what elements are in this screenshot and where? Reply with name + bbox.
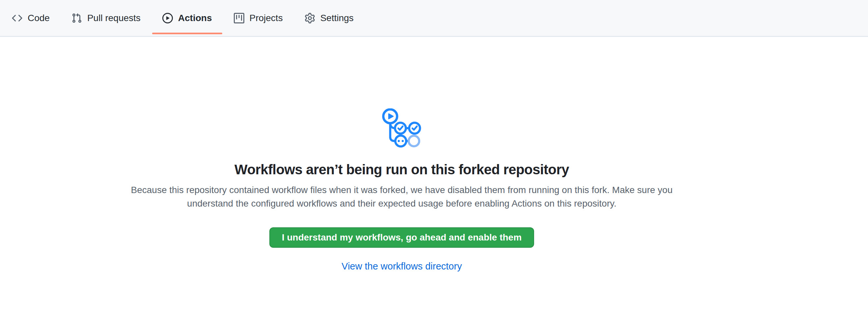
enable-workflows-button[interactable]: I understand my workflows, go ahead and … [269,227,534,248]
pull-request-icon [71,13,82,23]
repo-tab-nav: Code Pull requests Actions Projects Sett… [0,0,868,37]
tab-actions[interactable]: Actions [152,0,223,36]
blankslate-description: Because this repository contained workfl… [125,184,678,210]
code-icon [12,13,22,23]
tab-pull-requests[interactable]: Pull requests [61,0,152,36]
tab-settings-label: Settings [320,13,354,23]
workflow-icon [382,108,422,149]
tab-pull-requests-label: Pull requests [87,13,141,23]
page-title: Workflows aren’t being run on this forke… [0,162,803,178]
tab-projects[interactable]: Projects [223,0,294,36]
tab-code[interactable]: Code [1,0,61,36]
enable-button-row: I understand my workflows, go ahead and … [0,210,803,248]
actions-blankslate: Workflows aren’t being run on this forke… [0,37,803,272]
project-icon [234,13,244,23]
tab-code-label: Code [28,13,50,23]
tab-projects-label: Projects [250,13,283,23]
workflows-link-row: View the workflows directory [0,261,803,272]
play-circle-icon [162,13,173,23]
gear-icon [305,13,315,23]
view-workflows-directory-link[interactable]: View the workflows directory [341,261,462,272]
tab-settings[interactable]: Settings [294,0,365,36]
tab-actions-label: Actions [178,13,212,23]
